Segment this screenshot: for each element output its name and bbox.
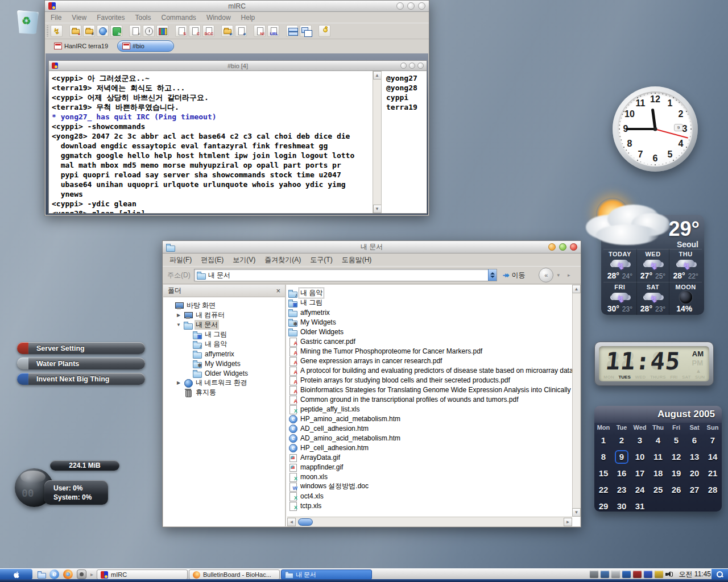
memory-total-badge[interactable]: 224.1 MiB — [50, 460, 119, 471]
display-tray-icon[interactable] — [611, 571, 620, 578]
file-list-hscrollbar[interactable]: ◄ ► — [287, 517, 572, 526]
tree-item--[interactable]: 휴지통 — [163, 388, 285, 397]
task-button-mirc[interactable]: mIRC — [97, 569, 188, 580]
calendar-date-20[interactable]: 20 — [685, 465, 704, 481]
switchbar-button-hanirc-terra19[interactable]: HanIRC terra19 — [49, 40, 113, 52]
calendar-date-9[interactable]: 9 — [613, 448, 631, 465]
mirc-titlebar[interactable]: mIRC — [45, 1, 429, 12]
tree-expanded-icon[interactable]: ▼ — [176, 322, 181, 327]
file-item[interactable]: ACommon ground in the transcriptional pr… — [286, 394, 580, 404]
file-item[interactable]: AProtein arrays for studying blood cells… — [286, 375, 580, 385]
start-button[interactable] — [0, 569, 32, 580]
tree-item--[interactable]: ▼내 문서 — [163, 320, 285, 330]
file-item[interactable]: AGastric cancer.pdf — [286, 336, 580, 346]
file-item[interactable]: AMining the Tumor Phosphoproteome for Ca… — [286, 346, 580, 356]
calendar-date-15[interactable]: 15 — [594, 465, 613, 481]
cascade-windows-icon[interactable] — [300, 25, 312, 37]
maximize-button[interactable] — [407, 2, 415, 10]
taskbar-search-button[interactable] — [712, 569, 728, 580]
minimize-button[interactable] — [548, 243, 556, 251]
ime-year-tray-icon[interactable] — [655, 571, 663, 578]
digital-clock-widget[interactable]: 88:88 11:45 AM PM ▲ MONTUESWEDTHURSFRISA… — [594, 342, 714, 386]
tree-item--[interactable]: ♪내 음악 — [163, 339, 285, 349]
folder-pane-close-icon[interactable]: × — [276, 286, 280, 295]
tree-collapsed-icon[interactable]: ▶ — [176, 380, 181, 385]
scroll-right-icon[interactable]: ► — [564, 518, 572, 526]
address-book-icon[interactable] — [156, 25, 168, 37]
calendar-date-28[interactable]: 28 — [704, 481, 722, 498]
calendar-date-8[interactable]: 8 — [594, 448, 613, 465]
file-item[interactable]: Xoct4.xls — [286, 491, 580, 501]
scroll-left-icon[interactable]: ◄ — [287, 518, 296, 526]
maximize-button[interactable] — [559, 243, 566, 251]
scroll-up-icon[interactable]: ▲ — [373, 71, 382, 80]
file-item[interactable]: ♪내 음악 — [286, 288, 580, 298]
calendar-date-23[interactable]: 23 — [613, 481, 631, 498]
file-item[interactable]: Xpeptide_affy_list.xls — [286, 404, 580, 414]
explorer-menu-item[interactable]: 도구(T) — [310, 255, 332, 265]
tree-item--[interactable]: ▶내 컴퓨터 — [163, 310, 285, 320]
back-dropdown-icon[interactable]: ▾ — [557, 272, 560, 278]
calendar-date-24[interactable]: 24 — [631, 481, 649, 498]
scroll-up-icon[interactable]: ▲ — [572, 285, 581, 293]
tv-tuner-tray-icon[interactable] — [633, 571, 642, 578]
file-list-vscrollbar[interactable]: ▲ ▼ — [572, 285, 580, 517]
news-icon[interactable]: N! — [254, 25, 266, 37]
file-item[interactable]: Older Widgets — [286, 327, 580, 336]
file-item[interactable]: AD_amino_acid_metabolism.htm — [286, 433, 580, 443]
file-item[interactable]: ▣내 그림 — [286, 298, 580, 307]
file-item[interactable]: Xmoon.xls — [286, 472, 580, 481]
explorer-menu-item[interactable]: 파일(F) — [169, 255, 192, 265]
file-manager-icon[interactable] — [38, 571, 46, 578]
nick-item[interactable]: @yong28 — [386, 83, 427, 93]
away-icon[interactable] — [318, 25, 330, 37]
chat-log[interactable]: <cyppi> 아 그러셨군요..~<terra19> 저녁에는 회식도 하고.… — [49, 71, 373, 213]
calendar-date-6[interactable]: 6 — [685, 432, 704, 448]
file-item[interactable]: AD_cell_adhesion.htm — [286, 423, 580, 433]
calendar-date-25[interactable]: 25 — [649, 481, 667, 498]
chat-scrollbar[interactable]: ▲ ▼ — [373, 71, 381, 213]
file-item[interactable]: HP_amino_acid_metabolism.htm — [286, 414, 580, 423]
nick-list[interactable]: @yong27@yong28cyppiterra19 — [381, 71, 427, 213]
options-icon[interactable]: ● — [69, 25, 81, 37]
dcc-send-icon[interactable]: S — [175, 25, 187, 37]
nick-item[interactable]: terra19 — [386, 102, 427, 112]
shortcut-button-server-setting[interactable]: Server Setting — [17, 342, 145, 354]
widget-engine-icon[interactable] — [77, 569, 86, 579]
menu-item-view[interactable]: View — [72, 14, 86, 22]
shortcut-button-invent-next-big-thing[interactable]: Invent Next Big Thing — [17, 373, 145, 385]
calendar-date-17[interactable]: 17 — [631, 465, 649, 481]
file-item[interactable]: HP_cell_adhesion.htm — [286, 443, 580, 452]
channels-folder-icon[interactable]: # — [83, 25, 95, 37]
scroll-down-icon[interactable]: ▼ — [373, 205, 382, 213]
file-item[interactable]: Xtctp.xls — [286, 501, 580, 510]
scroll-down-icon[interactable]: ▼ — [572, 508, 581, 517]
firefox-icon[interactable] — [63, 569, 73, 579]
calendar-date-10[interactable]: 10 — [631, 448, 649, 465]
calendar-date-2[interactable]: 2 — [613, 432, 631, 448]
analog-clock-widget[interactable]: 9 121234567891011 — [613, 86, 698, 172]
menu-item-window[interactable]: Window — [206, 14, 231, 22]
url-list-icon[interactable]: URL — [267, 25, 279, 37]
tree-item--[interactable]: 바탕 화면 — [163, 301, 285, 310]
find-text-icon[interactable]: ⌀ — [235, 25, 247, 37]
address-input[interactable]: 내 문서 — [194, 269, 497, 281]
calendar-date-1[interactable]: 1 — [594, 432, 613, 448]
close-button[interactable] — [418, 2, 425, 10]
chevron-right-icon[interactable]: ▸ — [90, 571, 93, 577]
nick-item[interactable]: cyppi — [386, 93, 427, 102]
calendar-date-4[interactable]: 4 — [649, 432, 667, 448]
cpu-usage-badge[interactable]: User: 0% System: 0% — [44, 480, 108, 505]
calendar-date-7[interactable]: 7 — [704, 432, 722, 448]
file-item[interactable]: ✱My Widgets — [286, 317, 580, 327]
calendar-date-16[interactable]: 16 — [613, 465, 631, 481]
find-channel-icon[interactable]: ⌀ — [221, 25, 233, 37]
task-button-bulletinboard-biohac-[interactable]: BulletinBoard - BioHac... — [189, 569, 280, 580]
channel-titlebar[interactable]: #bio [4] — [49, 61, 427, 71]
calendar-date-19[interactable]: 19 — [667, 465, 685, 481]
dcc-options-icon[interactable]: DCC — [202, 25, 214, 37]
calendar-date-5[interactable]: 5 — [667, 432, 685, 448]
widget-engine-tray-icon[interactable] — [590, 571, 598, 578]
file-item[interactable]: mappfinder.gif — [286, 462, 580, 472]
ime-pad-tray-icon[interactable] — [644, 571, 652, 578]
